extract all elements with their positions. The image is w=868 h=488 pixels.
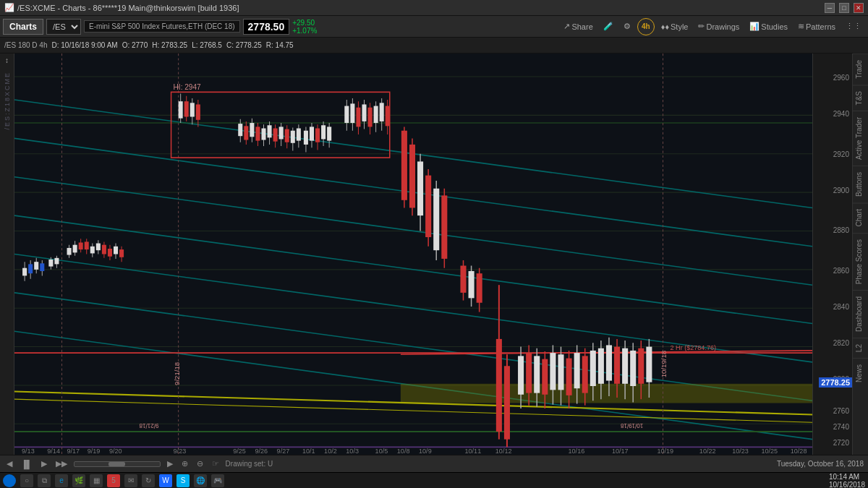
studies-button[interactable]: 📊Studies	[746, 20, 791, 33]
svg-rect-117	[374, 106, 378, 123]
taskbar-icon-ie[interactable]: e	[55, 474, 68, 487]
symbol-watermark-left: /ES:Z18XCME	[4, 72, 11, 130]
svg-rect-47	[67, 248, 72, 255]
scroll-left-button[interactable]: ◀	[4, 458, 14, 469]
bottom-date-display: Tuesday, October 16, 2018	[777, 460, 864, 468]
tab-dashboard[interactable]: Dashboard	[853, 290, 868, 338]
chart-area[interactable]: 2 Hr ($2784.76) 9/21/18 10/19/18 HI: 294…	[14, 53, 812, 455]
svg-rect-103	[321, 125, 326, 139]
price-2960: 2960	[833, 74, 849, 82]
price-2820: 2820	[833, 338, 849, 346]
close-button[interactable]: ✕	[854, 3, 864, 13]
tab-buttons[interactable]: Buttons	[853, 166, 868, 202]
zoom-out-button[interactable]: ⊖	[195, 458, 205, 469]
svg-rect-51	[79, 242, 83, 249]
price-2840: 2840	[833, 302, 849, 310]
svg-rect-133	[441, 195, 447, 259]
svg-rect-59	[102, 245, 106, 254]
drawings-button[interactable]: ✏Drawings	[694, 20, 743, 33]
price-display: 2778.50	[243, 19, 290, 35]
svg-text:10/17: 10/17	[612, 448, 629, 455]
tab-active-trader[interactable]: Active Trader	[853, 111, 868, 166]
tab-news[interactable]: News	[853, 358, 868, 388]
svg-rect-163	[590, 351, 596, 386]
svg-rect-49	[73, 245, 77, 253]
svg-rect-77	[244, 126, 248, 140]
svg-rect-41	[40, 263, 44, 271]
svg-rect-95	[297, 129, 301, 141]
taskbar-icon-app1[interactable]: 🌿	[72, 474, 85, 487]
tab-phase-scores[interactable]: Phase Scores	[853, 233, 868, 290]
chart-info-bar: /ES 180 D 4h D: 10/16/18 9:00 AM O: 2770…	[0, 38, 868, 53]
svg-rect-55	[90, 247, 95, 254]
svg-text:HI: 2947: HI: 2947	[174, 83, 201, 91]
taskbar-icon-mail[interactable]: ✉	[124, 474, 137, 487]
chart-svg: 2 Hr ($2784.76) 9/21/18 10/19/18 HI: 294…	[14, 53, 812, 455]
svg-text:9/26: 9/26	[255, 448, 268, 455]
patterns-button[interactable]: ≋Patterns	[794, 20, 839, 33]
taskbar-icon-red[interactable]: 5	[107, 474, 120, 487]
svg-rect-79	[250, 123, 254, 137]
chart-close: C: 2778.25	[226, 41, 262, 49]
timeframe-button[interactable]: 4h	[637, 18, 655, 35]
maximize-button[interactable]: □	[839, 3, 849, 13]
scroll-end-button[interactable]: ▶▶	[54, 458, 69, 469]
tab-ts[interactable]: T&S	[853, 85, 868, 111]
svg-rect-113	[362, 104, 366, 121]
menu-button[interactable]: ⋮⋮	[842, 20, 865, 33]
settings-button[interactable]: ⚙	[620, 20, 634, 33]
taskbar-icon-calc[interactable]: ▦	[90, 474, 103, 487]
svg-rect-155	[558, 354, 563, 390]
taskbar-icon-chrome[interactable]: 🌐	[194, 474, 207, 487]
svg-text:9/23: 9/23	[174, 448, 187, 455]
scroll-right-button[interactable]: ▶	[39, 458, 49, 469]
title-bar: 📈 /ES:XCME - Charts - 86*****19 Main@thi…	[0, 0, 868, 16]
svg-rect-73	[196, 104, 200, 119]
svg-text:9/20: 9/20	[109, 448, 122, 455]
scroll-right2-button[interactable]: ▶	[165, 458, 175, 469]
taskbar-icon-skype[interactable]: S	[176, 474, 190, 487]
lab-button[interactable]: 🧪	[600, 20, 617, 33]
chart-high: H: 2783.25	[152, 41, 187, 49]
window-title: /ES:XCME - Charts - 86*****19 Main@think…	[17, 4, 239, 12]
svg-rect-175	[638, 348, 644, 384]
price-2740: 2740	[833, 423, 849, 431]
svg-rect-81	[255, 127, 260, 140]
svg-text:10/2: 10/2	[324, 448, 337, 455]
charts-button[interactable]: Charts	[3, 19, 43, 35]
scroll-bar[interactable]	[74, 461, 161, 467]
style-button[interactable]: ♦♦Style	[658, 21, 692, 33]
taskbar-icon-refresh[interactable]: ↻	[142, 474, 155, 487]
scroll-home-button[interactable]: ▐▌	[19, 459, 35, 469]
svg-text:2 Hr ($2784.76): 2 Hr ($2784.76)	[671, 344, 716, 351]
taskbar-icon-taskview[interactable]: ⧉	[38, 474, 51, 487]
svg-rect-75	[238, 124, 242, 136]
tab-chart[interactable]: Chart	[853, 202, 868, 232]
window-controls: ─ □ ✕	[825, 3, 864, 13]
svg-rect-67	[179, 101, 183, 118]
taskbar-icon-cortana[interactable]: ○	[20, 474, 33, 487]
svg-rect-87	[273, 129, 278, 142]
svg-rect-125	[409, 145, 415, 208]
windows-start-button[interactable]	[3, 474, 16, 487]
chart-symbol-label: /ES 180 D 4h	[4, 41, 47, 49]
symbol-dropdown[interactable]: /ES	[46, 19, 81, 35]
svg-rect-109	[350, 103, 354, 123]
svg-rect-69	[184, 101, 189, 116]
svg-rect-71	[190, 103, 195, 116]
taskbar-icon-game[interactable]: 🎮	[211, 474, 224, 487]
pointer-button[interactable]: ☞	[210, 458, 221, 469]
svg-rect-149	[534, 356, 540, 393]
taskbar-icon-blue[interactable]: W	[159, 474, 172, 487]
svg-rect-139	[477, 273, 482, 303]
tab-trade[interactable]: Trade	[853, 53, 868, 85]
zoom-in-button[interactable]: ⊕	[179, 458, 190, 469]
svg-rect-167	[606, 345, 612, 380]
minimize-button[interactable]: ─	[825, 3, 835, 13]
tab-l2[interactable]: L2	[853, 338, 868, 358]
svg-text:10/16: 10/16	[569, 448, 585, 455]
share-button[interactable]: ↗Share	[560, 20, 596, 33]
svg-rect-121	[386, 106, 390, 127]
svg-text:9/25: 9/25	[233, 448, 246, 455]
svg-rect-143	[504, 366, 510, 439]
